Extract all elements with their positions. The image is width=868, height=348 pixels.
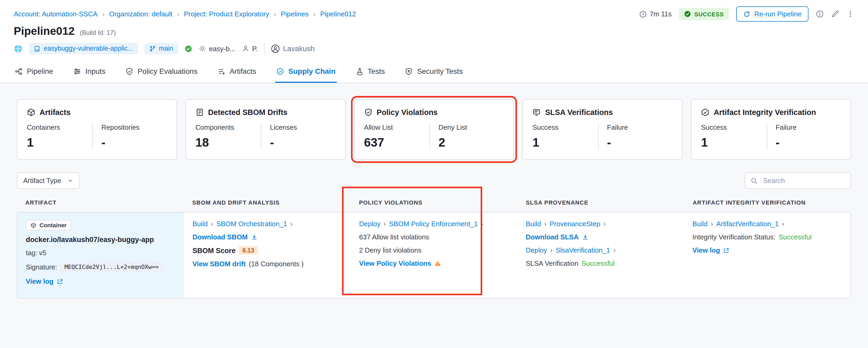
view-policy-violations-link[interactable]: View Policy Violations (359, 259, 431, 267)
artifact-tag: tag: v5 (26, 249, 46, 257)
service-item: easy-b... (198, 45, 235, 53)
tab-label: Supply Chain (288, 67, 336, 76)
tab-artifacts[interactable]: Artifacts (216, 61, 257, 83)
tab-label: Security Tests (417, 67, 463, 76)
info-icon[interactable] (816, 10, 824, 18)
flask-icon (355, 67, 363, 75)
stat-label: Success (532, 123, 598, 131)
step-link[interactable]: ArtifactVerification_1 (716, 220, 779, 228)
card-title: Policy Violations (377, 108, 438, 117)
stat-label: Containers (27, 123, 92, 131)
list-plus-icon (217, 67, 225, 75)
top-bar: Account: Automation-SSCA Organization: d… (0, 0, 868, 24)
stage-link[interactable]: Deploy (526, 246, 547, 254)
repo-chip-label: easybuggy-vulnerable-applic... (44, 45, 133, 52)
policy-violations-cell: Deploy SBOM Policy Enforcement_1 637 All… (351, 212, 517, 298)
card-title: Detected SBOM Drifts (208, 108, 287, 117)
search-icon (750, 177, 758, 184)
rerun-pipeline-button[interactable]: Re-run Pipeline (737, 6, 808, 22)
breadcrumb-account[interactable]: Account: Automation-SSCA (14, 10, 97, 18)
stat-value: 1 (701, 136, 767, 150)
artifact-type-label: Artifact Type (23, 177, 61, 184)
more-options-icon[interactable] (846, 10, 854, 18)
stage-link[interactable]: Build (526, 220, 541, 228)
chevron-right-icon (614, 246, 616, 254)
col-policy-violations: POLICY VIOLATIONS (350, 191, 517, 212)
repo-chip[interactable]: easybuggy-vulnerable-applic... (29, 43, 138, 54)
tab-security-tests[interactable]: Security Tests (404, 61, 464, 83)
stat-label: Deny List (438, 123, 504, 131)
divider (264, 43, 265, 54)
chevron-right-icon (603, 220, 606, 228)
chevron-right-icon (274, 10, 276, 18)
chevron-right-icon (177, 10, 179, 18)
stat-label: Success (701, 123, 767, 131)
user-name: Lavakush (283, 44, 315, 53)
step-link[interactable]: SlsaVerification_1 (556, 246, 610, 254)
document-icon (195, 108, 204, 117)
breadcrumb-organization[interactable]: Organization: default (109, 10, 172, 18)
tab-inputs[interactable]: Inputs (72, 61, 106, 83)
card-sbom-drifts: Detected SBOM Drifts Components 18 Licen… (186, 99, 346, 160)
card-artifact-integrity: Artifact Integrity Verification Success … (691, 99, 851, 160)
shield-icon (405, 67, 413, 75)
table-row: Container docker.io/lavakush07/easy-bugg… (17, 212, 851, 298)
check-circle-icon (684, 10, 691, 18)
tab-pipeline[interactable]: Pipeline (14, 61, 54, 83)
tab-label: Policy Evaluations (137, 67, 197, 76)
container-type-chip: Container (26, 220, 71, 230)
view-sbom-drift-link[interactable]: View SBOM drift (192, 260, 246, 268)
duration: 7m 11s (639, 10, 672, 18)
table-header: ARTIFACT SBOM AND DRIFT ANALYSIS POLICY … (17, 191, 851, 212)
artifacts-table: ARTIFACT SBOM AND DRIFT ANALYSIS POLICY … (17, 191, 851, 298)
shield-check-icon (125, 67, 133, 75)
stage-link[interactable]: Build (192, 220, 208, 228)
view-log-link[interactable]: View log (692, 246, 720, 254)
pipeline-meta-row: easybuggy-vulnerable-applic... main easy… (0, 38, 868, 61)
edit-icon[interactable] (831, 10, 839, 18)
chevron-right-icon (313, 10, 315, 18)
card-title: Artifact Integrity Verification (714, 108, 816, 117)
page-title: Pipeline012 (14, 25, 74, 37)
stat-value: - (101, 136, 167, 150)
env-label: P. (252, 45, 258, 53)
download-slsa-link[interactable]: Download SLSA (526, 233, 579, 241)
filter-row: Artifact Type (17, 172, 851, 189)
integrity-status-value: Successful (779, 233, 812, 241)
col-sbom: SBOM AND DRIFT ANALYSIS (184, 191, 350, 212)
branch-icon (149, 45, 156, 52)
breadcrumb-pipeline012[interactable]: Pipeline012 (320, 10, 356, 18)
step-link[interactable]: ProvenanceStep (550, 220, 600, 228)
tab-tests[interactable]: Tests (354, 61, 386, 83)
view-log-link[interactable]: View log (26, 277, 54, 285)
chevron-right-icon (481, 220, 483, 228)
sbom-score-badge: 6.13 (239, 246, 258, 255)
step-link[interactable]: SBOM Orchestration_1 (216, 220, 287, 228)
person-icon (242, 45, 249, 52)
tab-supply-chain[interactable]: Supply Chain (275, 61, 337, 83)
download-sbom-link[interactable]: Download SBOM (192, 233, 247, 241)
build-id: (Build Id: 17) (80, 29, 116, 36)
stat-value: 637 (364, 136, 430, 150)
chevron-down-icon (67, 178, 73, 183)
card-artifacts: Artifacts Containers 1 Repositories - (17, 99, 177, 160)
branch-chip[interactable]: main (144, 43, 178, 54)
stage-link[interactable]: Deploy (359, 220, 380, 228)
branch-chip-label: main (159, 45, 173, 52)
col-artifact: ARTIFACT (17, 191, 184, 212)
stat-label: Licenses (270, 123, 336, 131)
stage-link[interactable]: Build (692, 220, 708, 228)
chevron-right-icon (102, 10, 104, 18)
col-slsa-provenance: SLSA PROVENANCE (518, 191, 684, 212)
breadcrumb-project[interactable]: Project: Product Exploratory (184, 10, 269, 18)
status-badge: SUCCESS (679, 8, 729, 20)
certificate-icon (532, 108, 541, 117)
search-input[interactable] (762, 176, 845, 185)
slsa-verification-label: SLSA Verification (526, 259, 578, 267)
artifact-type-select[interactable]: Artifact Type (17, 172, 80, 189)
signature-label: Signature: (26, 263, 57, 271)
tab-policy-evaluations[interactable]: Policy Evaluations (124, 61, 198, 83)
breadcrumb-pipelines[interactable]: Pipelines (281, 10, 309, 18)
step-link[interactable]: SBOM Policy Enforcement_1 (389, 220, 478, 228)
container-type-label: Container (39, 222, 67, 228)
